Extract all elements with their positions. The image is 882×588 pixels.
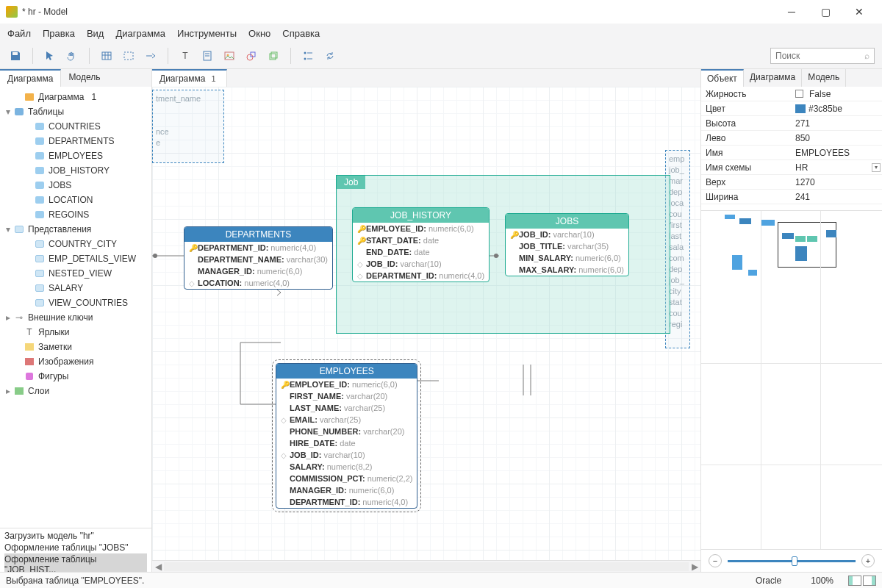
maximize-button[interactable]: ▢ [808, 1, 842, 22]
zoom-out-button[interactable]: − [709, 554, 722, 567]
table-column: 🔑EMPLOYEE_ID:numeric(6,0) [276, 379, 417, 390]
shape-icon[interactable] [243, 48, 259, 64]
left-tab-model[interactable]: Модель [61, 69, 107, 87]
tree-item[interactable]: REGOINS [3, 207, 148, 222]
tree-item[interactable]: Заметки [3, 340, 148, 354]
left-tab-diagram[interactable]: Диаграмма [0, 69, 61, 87]
menu-bar: Файл Правка Вид Диаграмма Инструменты Ок… [0, 24, 882, 43]
scroll-right-icon[interactable]: ▶ [689, 562, 700, 572]
layer-icon[interactable] [265, 48, 282, 64]
layout-icon[interactable] [848, 576, 861, 586]
zoom-in-button[interactable]: + [861, 554, 875, 567]
tree-item[interactable]: Изображения [3, 354, 148, 369]
options-icon[interactable] [300, 48, 316, 64]
svg-rect-13 [270, 54, 276, 60]
tree-item[interactable]: EMP_DETAILS_VIEW [3, 251, 148, 266]
relation-icon[interactable] [143, 48, 159, 64]
table-column: JOB_TITLE:varchar(35) [506, 240, 628, 252]
history-item[interactable]: Загрузить модель "hr" [4, 530, 147, 542]
svg-rect-4 [124, 52, 133, 60]
table-column: FIRST_NAME:varchar(20) [276, 390, 417, 402]
zoom-control: − + [701, 550, 882, 572]
tree-item[interactable]: ▾Таблицы [3, 104, 148, 119]
note-icon[interactable] [199, 48, 215, 64]
search-box[interactable]: ⌕ [770, 48, 875, 64]
menu-edit[interactable]: Правка [43, 28, 75, 39]
tree-item[interactable]: JOB_HISTORY [3, 163, 148, 178]
diagram-canvas[interactable]: tment_name ncee empjob_mardeplocacoufirs… [152, 87, 700, 560]
horizontal-scrollbar[interactable]: ◀ ▶ [152, 560, 700, 572]
table-departments[interactable]: DEPARTMENTS🔑DEPARTMENT_ID:numeric(4,0)DE… [184, 226, 333, 290]
table-employees[interactable]: EMPLOYEES🔑EMPLOYEE_ID:numeric(6,0)FIRST_… [276, 363, 417, 509]
property-row[interactable]: ИмяEMPLOYEES [701, 146, 882, 160]
menu-view[interactable]: Вид [87, 28, 104, 39]
tree-item[interactable]: ▸Слои [3, 384, 148, 398]
table-column: 🔑START_DATE:date [353, 234, 489, 246]
save-icon[interactable] [7, 48, 24, 64]
tree-item[interactable]: VIEW_COUNTRIES [3, 295, 148, 310]
tree-item[interactable]: SALARY [3, 281, 148, 295]
center-tab-diagram[interactable]: Диаграмма 1 [152, 69, 227, 87]
search-input[interactable] [775, 51, 864, 61]
tree-item[interactable]: EMPLOYEES [3, 148, 148, 163]
table-column: HIRE_DATE:date [276, 437, 417, 449]
property-row[interactable]: Лево850 [701, 131, 882, 146]
hand-icon[interactable] [64, 48, 80, 64]
menu-file[interactable]: Файл [7, 28, 31, 39]
history-item[interactable]: Оформление таблицы "JOBS" [4, 542, 147, 553]
svg-point-11 [247, 54, 253, 60]
property-row[interactable]: Высота271 [701, 116, 882, 131]
tree-item[interactable]: ▸⊸Внешние ключи [3, 310, 148, 325]
table-column: DEPARTMENT_ID:numeric(4,0) [276, 496, 417, 508]
table-column: ◇JOB_ID:varchar(10) [276, 449, 417, 461]
right-tab-diagram[interactable]: Диаграмма [744, 69, 802, 87]
app-icon [6, 6, 18, 18]
pointer-icon[interactable] [42, 48, 58, 64]
tree-item[interactable]: COUNTRY_CITY [3, 237, 148, 251]
layout-icon[interactable] [863, 576, 876, 586]
right-tab-model[interactable]: Модель [802, 69, 846, 87]
zoom-slider[interactable] [728, 560, 856, 562]
tree-item[interactable]: ▾Представления [3, 222, 148, 237]
tree-item[interactable]: TЯрлыки [3, 325, 148, 340]
tree-item[interactable]: COUNTRIES [3, 119, 148, 134]
history-item[interactable]: Оформление таблицы "JOB_HIST... [4, 553, 147, 572]
right-tab-object[interactable]: Объект [701, 69, 744, 87]
menu-diagram[interactable]: Диаграмма [115, 28, 165, 39]
menu-window[interactable]: Окно [248, 28, 270, 39]
table-column: SALARY:numeric(8,2) [276, 461, 417, 473]
table-header: JOBS [506, 214, 628, 229]
table-job_history[interactable]: JOB_HISTORY🔑EMPLOYEE_ID:numeric(6,0)🔑STA… [352, 207, 490, 282]
svg-point-15 [304, 51, 306, 54]
menu-tools[interactable]: Инструменты [177, 28, 237, 39]
table-icon[interactable] [98, 48, 115, 64]
table-jobs[interactable]: JOBS🔑JOB_ID:varchar(10)JOB_TITLE:varchar… [505, 213, 629, 276]
property-row[interactable]: Верх1270 [701, 175, 882, 190]
table-column: 🔑DEPARTMENT_ID:numeric(4,0) [184, 242, 332, 254]
menu-help[interactable]: Справка [282, 28, 320, 39]
toolbar: T ⌕ [0, 43, 882, 69]
table-column: END_DATE:date [353, 246, 489, 258]
sync-icon[interactable] [322, 48, 338, 64]
tree-item[interactable]: NESTED_VIEW [3, 266, 148, 281]
tree-item[interactable]: Диаграмма 1 [3, 90, 148, 104]
scroll-left-icon[interactable]: ◀ [152, 562, 164, 572]
tree-item[interactable]: LOCATION [3, 193, 148, 207]
property-row[interactable]: Цвет#3c85be [701, 101, 882, 116]
minimize-button[interactable]: ─ [775, 1, 808, 22]
table-column: MIN_SALARY:numeric(6,0) [506, 252, 628, 264]
minimap[interactable] [701, 210, 882, 550]
property-row[interactable]: ЖирностьFalse [701, 87, 882, 101]
image-icon[interactable] [221, 48, 237, 64]
table-column: COMMISSION_PCT:numeric(2,2) [276, 473, 417, 484]
tree-panel: Диаграмма 1▾ТаблицыCOUNTRIESDEPARTMENTSE… [0, 87, 151, 528]
close-button[interactable]: ✕ [842, 1, 876, 22]
tree-item[interactable]: DEPARTMENTS [3, 134, 148, 148]
select-area-icon[interactable] [121, 48, 137, 64]
text-icon[interactable]: T [177, 48, 193, 64]
tree-item[interactable]: JOBS [3, 178, 148, 193]
property-row[interactable]: Имя схемыHR▾ [701, 160, 882, 175]
property-row[interactable]: Ширина241 [701, 190, 882, 204]
properties-grid: ЖирностьFalseЦвет#3c85beВысота271Лево850… [701, 87, 882, 204]
tree-item[interactable]: Фигуры [3, 369, 148, 384]
